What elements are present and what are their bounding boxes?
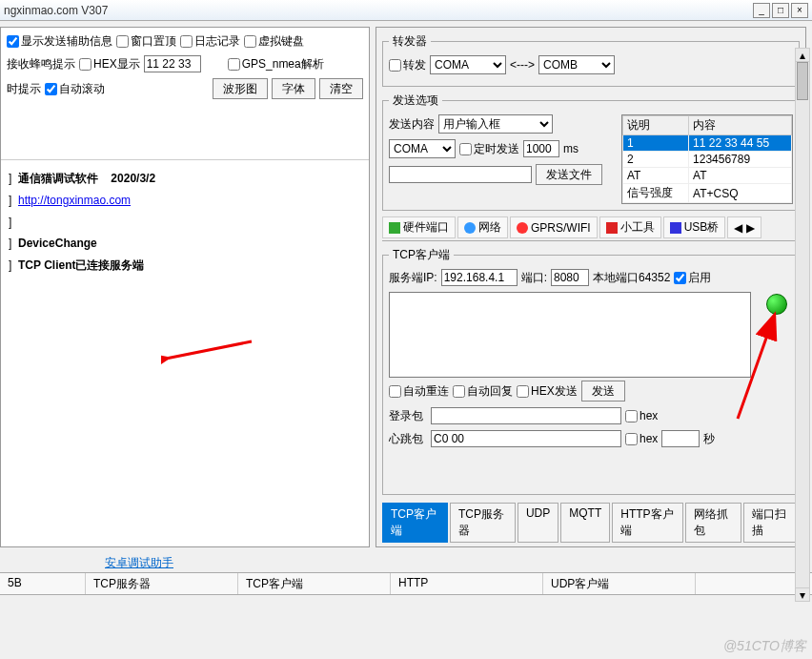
table-row: 111 22 33 44 55 xyxy=(623,135,792,152)
send-text-input[interactable] xyxy=(389,166,532,183)
tab-scroll-right[interactable]: ◀ ▶ xyxy=(727,216,761,238)
bottom-tab[interactable]: TCP服务器 xyxy=(86,573,238,594)
chk-log[interactable]: 日志记录 xyxy=(180,33,240,50)
chk-topmost[interactable]: 窗口置顶 xyxy=(116,33,176,50)
middle-tabs: 硬件端口 网络 GPRS/WIFI 小工具 USB桥 ◀ ▶ xyxy=(382,216,800,241)
log-area: ] 通信猫调试软件 2020/3/2 ] http://tongxinmao.c… xyxy=(1,159,369,546)
subtab-udp[interactable]: UDP xyxy=(518,503,558,543)
btn-font[interactable]: 字体 xyxy=(272,78,315,99)
subtab-tcpclient[interactable]: TCP客户端 xyxy=(382,503,448,543)
tool-icon xyxy=(606,222,618,234)
chip-icon xyxy=(389,222,400,234)
close-button[interactable]: × xyxy=(791,3,808,18)
sendopt-group: 发送选项 发送内容 用户输入框 COMA 定时发送 ms 发送 xyxy=(382,93,800,211)
timer-input[interactable] xyxy=(523,140,559,157)
chk-gps[interactable]: GPS_nmea解析 xyxy=(228,56,324,72)
maximize-button[interactable]: □ xyxy=(772,3,789,18)
hex-input[interactable] xyxy=(144,55,201,72)
chk-login-hex[interactable]: hex xyxy=(625,409,658,422)
table-row: 2123456789 xyxy=(623,152,792,168)
subtab-portscan[interactable]: 端口扫描 xyxy=(743,503,800,543)
bottom-tab[interactable]: TCP客户端 xyxy=(238,573,391,594)
btn-tcp-send[interactable]: 发送 xyxy=(581,381,625,402)
subtab-capture[interactable]: 网络抓包 xyxy=(685,503,741,543)
heartbeat-input[interactable] xyxy=(431,430,621,447)
sel-send-content[interactable]: 用户输入框 xyxy=(438,114,553,134)
subtab-tcpserver[interactable]: TCP服务器 xyxy=(450,503,516,543)
tab-gprs[interactable]: GPRS/WIFI xyxy=(510,216,598,238)
lbl-beep: 接收蜂鸣提示 xyxy=(7,56,75,72)
server-port-input[interactable] xyxy=(551,269,589,286)
vscrollbar[interactable]: ▴ ▾ xyxy=(795,48,810,602)
preset-table[interactable]: 说明内容 111 22 33 44 55 2123456789 ATAT 信号强… xyxy=(621,114,793,204)
btn-wave[interactable]: 波形图 xyxy=(213,78,268,99)
sel-comb[interactable]: COMB xyxy=(538,55,615,74)
forward-group: 转发器 转发 COMA <---> COMB xyxy=(382,33,800,87)
btn-clear[interactable]: 清空 xyxy=(319,78,363,99)
status-led-icon xyxy=(766,294,787,315)
tab-usb[interactable]: USB桥 xyxy=(663,216,726,238)
globe-icon xyxy=(464,222,476,234)
btn-send-file[interactable]: 发送文件 xyxy=(536,164,602,185)
bottom-tab[interactable]: HTTP xyxy=(391,573,543,594)
red-arrow-icon xyxy=(161,340,256,368)
sel-coma[interactable]: COMA xyxy=(430,55,506,74)
server-ip-input[interactable] xyxy=(441,269,518,286)
chk-reconnect[interactable]: 自动重连 xyxy=(389,383,449,400)
chk-forward[interactable]: 转发 xyxy=(389,57,426,73)
table-row: 信号强度AT+CSQ xyxy=(623,184,792,203)
tcp-textarea[interactable] xyxy=(389,292,751,378)
bottom-subtabs: TCP客户端 TCP服务器 UDP MQTT HTTP客户端 网络抓包 端口扫描 xyxy=(382,503,800,543)
chk-show-aux[interactable]: 显示发送辅助信息 xyxy=(7,33,112,50)
table-row: ATAT xyxy=(623,168,792,184)
chk-vkbd[interactable]: 虚拟键盘 xyxy=(244,33,304,50)
svg-line-1 xyxy=(166,341,252,359)
bottom-bar: 5B TCP服务器 TCP客户端 HTTP UDP客户端 xyxy=(0,572,812,595)
tongxinmao-link[interactable]: http://tongxinmao.com xyxy=(18,194,131,207)
tcp-client-group: TCP客户端 服务端IP: 端口: 本地端口64352 启用 自动重连 自动回复 xyxy=(382,247,800,495)
window-title: ngxinmao.com V307 xyxy=(4,4,753,17)
tab-tools[interactable]: 小工具 xyxy=(599,216,661,238)
chk-enable[interactable]: 启用 xyxy=(674,270,711,286)
left-panel: 显示发送辅助信息 窗口置顶 日志记录 虚拟键盘 接收蜂鸣提示 HEX显示 GPS… xyxy=(0,27,370,547)
right-panel: 转发器 转发 COMA <---> COMB 发送选项 发送内容 用户输入框 C… xyxy=(376,27,806,547)
bottom-tab[interactable]: UDP客户端 xyxy=(543,573,696,594)
minimize-button[interactable]: _ xyxy=(753,3,770,18)
chk-autoreply[interactable]: 自动回复 xyxy=(453,383,513,400)
titlebar: ngxinmao.com V307 _ □ × xyxy=(0,0,812,21)
lbl-realtime: 时提示 xyxy=(7,81,41,97)
android-link[interactable]: 安卓调试助手 xyxy=(105,555,173,571)
subtab-httpclient[interactable]: HTTP客户端 xyxy=(612,503,683,543)
heartbeat-sec-input[interactable] xyxy=(661,430,700,447)
bottom-tab[interactable]: 5B xyxy=(0,573,86,594)
chk-heart-hex[interactable]: hex xyxy=(625,432,658,445)
tab-hardware[interactable]: 硬件端口 xyxy=(382,216,456,238)
tab-network[interactable]: 网络 xyxy=(457,216,508,238)
chk-hexsend[interactable]: HEX发送 xyxy=(517,383,578,400)
chk-hex-display[interactable]: HEX显示 xyxy=(79,56,140,72)
signal-icon xyxy=(517,222,528,234)
subtab-mqtt[interactable]: MQTT xyxy=(560,503,610,543)
chk-autoscroll[interactable]: 自动滚动 xyxy=(45,81,105,97)
sel-send-com[interactable]: COMA xyxy=(389,139,456,158)
usb-icon xyxy=(670,222,681,234)
chk-timer-send[interactable]: 定时发送 xyxy=(459,141,519,157)
watermark: @51CTO博客 xyxy=(723,638,806,655)
login-pkt-input[interactable] xyxy=(431,407,621,424)
